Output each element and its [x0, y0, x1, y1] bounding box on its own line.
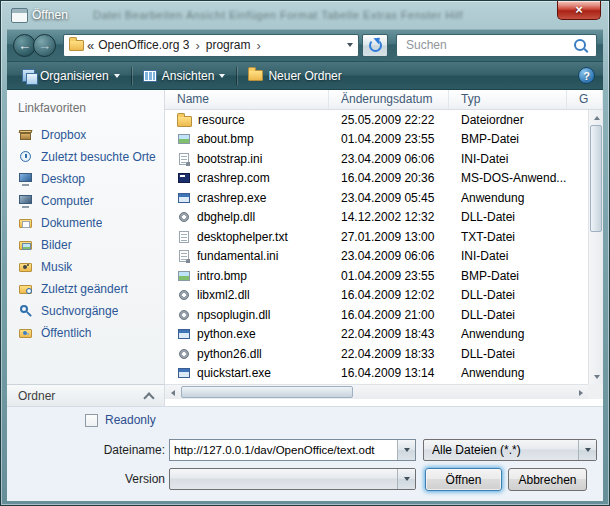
close-button[interactable]: ×: [557, 1, 601, 20]
breadcrumb-overflow-chevron[interactable]: «: [87, 38, 94, 53]
file-row[interactable]: python26.dll 22.04.2009 18:33 DLL-Datei: [165, 344, 588, 364]
views-label: Ansichten: [162, 69, 215, 83]
sidebar-item-label: Zuletzt besuchte Orte: [41, 150, 156, 164]
column-header-type[interactable]: Typ: [449, 90, 567, 109]
file-name: quickstart.exe: [197, 366, 271, 380]
new-folder-button[interactable]: Neuer Ordner: [241, 66, 348, 86]
scroll-left-button[interactable]: [165, 385, 180, 400]
dialog-icon: [11, 8, 28, 23]
readonly-label: Readonly: [105, 413, 156, 427]
breadcrumb-separator[interactable]: ›: [195, 38, 199, 53]
folders-expander[interactable]: Ordner: [7, 384, 164, 406]
horizontal-scrollbar[interactable]: [165, 384, 588, 399]
filename-input[interactable]: [170, 444, 397, 456]
folders-label: Ordner: [18, 389, 55, 403]
views-button[interactable]: Ansichten: [136, 66, 233, 86]
readonly-checkbox[interactable]: [85, 414, 98, 427]
sidebar-item-icon: [18, 193, 34, 209]
scrollbar-corner: [588, 384, 603, 399]
sidebar-item-label: Dokumente: [41, 216, 102, 230]
filetype-dropdown-icon: [578, 440, 596, 460]
sidebar-item-icon: [18, 127, 34, 143]
organize-button[interactable]: Organisieren: [15, 66, 127, 86]
sidebar-item-label: Zuletzt geändert: [41, 282, 128, 296]
favorites-header: Linkfavoriten: [7, 90, 164, 115]
scroll-right-button[interactable]: [573, 385, 588, 400]
file-rows: resource 25.05.2009 22:22 Dateiordner ab…: [165, 110, 588, 384]
scroll-up-button[interactable]: [589, 110, 604, 125]
navigation-bar: ← → « OpenOffice.org 3 › program ›: [7, 29, 603, 62]
sidebar-item[interactable]: Dokumente: [7, 212, 164, 234]
search-box: [396, 34, 597, 57]
file-type: INI-Datei: [449, 249, 567, 263]
main-content: Linkfavoriten Dropbox Zuletzt besuchte O…: [7, 90, 603, 406]
file-row[interactable]: intro.bmp 01.04.2009 23:55 BMP-Datei: [165, 266, 588, 286]
background-window-menubar-blur: Datei Bearbeiten Ansicht Einfügen Format…: [93, 9, 463, 21]
refresh-icon: [369, 39, 382, 52]
forward-button[interactable]: →: [33, 34, 56, 57]
breadcrumb-item-program[interactable]: program: [206, 38, 251, 52]
column-header-size[interactable]: G: [567, 90, 603, 109]
search-input[interactable]: [404, 37, 569, 53]
version-dropdown-icon: [397, 469, 415, 489]
file-modified-date: 14.12.2002 12:32: [329, 210, 449, 224]
refresh-button[interactable]: [362, 34, 388, 57]
file-row[interactable]: crashrep.exe 23.04.2009 05:45 Anwendung: [165, 188, 588, 208]
sidebar-item[interactable]: Zuletzt besuchte Orte: [7, 146, 164, 168]
file-name: resource: [198, 113, 245, 127]
filetype-combobox[interactable]: Alle Dateien (*.*): [423, 439, 597, 461]
command-toolbar: Organisieren Ansichten Neuer Ordner ?: [7, 62, 603, 90]
sidebar-item[interactable]: Desktop: [7, 168, 164, 190]
scroll-down-button[interactable]: [589, 369, 604, 384]
column-header-name[interactable]: Name: [165, 90, 329, 109]
file-row[interactable]: about.bmp 01.04.2009 23:55 BMP-Datei: [165, 130, 588, 150]
filename-dropdown-button[interactable]: [397, 440, 415, 460]
sidebar-item-label: Bilder: [41, 238, 72, 252]
sidebar-item[interactable]: Zuletzt geändert: [7, 278, 164, 300]
open-button[interactable]: Öffnen: [425, 468, 502, 491]
file-row[interactable]: npsoplugin.dll 16.04.2009 21:00 DLL-Date…: [165, 305, 588, 325]
open-file-dialog: Datei Bearbeiten Ansicht Einfügen Format…: [0, 0, 610, 506]
sidebar-item-icon: [18, 281, 34, 297]
file-row[interactable]: desktophelper.txt 27.01.2009 13:00 TXT-D…: [165, 227, 588, 247]
sidebar-item-label: Suchvorgänge: [41, 304, 118, 318]
file-type-icon: [177, 132, 191, 146]
sidebar-item[interactable]: Dropbox: [7, 124, 164, 146]
new-folder-label: Neuer Ordner: [268, 69, 341, 83]
search-icon[interactable]: [574, 39, 586, 51]
sidebar-item-icon: [18, 237, 34, 253]
file-type-icon: [177, 347, 191, 361]
vertical-scrollbar[interactable]: [588, 110, 603, 384]
organize-label: Organisieren: [40, 69, 109, 83]
column-header-date[interactable]: Änderungsdatum: [329, 90, 449, 109]
breadcrumb-history-dropdown-icon[interactable]: [347, 43, 353, 47]
file-row[interactable]: resource 25.05.2009 22:22 Dateiordner: [165, 110, 588, 130]
file-name: libxml2.dll: [197, 288, 250, 302]
chevron-down-icon: [219, 74, 225, 78]
file-row[interactable]: libxml2.dll 16.04.2009 12:02 DLL-Datei: [165, 286, 588, 306]
file-row[interactable]: quickstart.exe 16.04.2009 13:14 Anwendun…: [165, 364, 588, 384]
file-type-icon: [177, 230, 191, 244]
file-type-icon: [177, 308, 191, 322]
file-modified-date: 16.04.2009 12:02: [329, 288, 449, 302]
sidebar-item[interactable]: Musik: [7, 256, 164, 278]
file-name: crashrep.exe: [197, 191, 266, 205]
horizontal-scroll-thumb[interactable]: [181, 386, 353, 398]
file-row[interactable]: crashrep.com 16.04.2009 20:36 MS-DOS-Anw…: [165, 169, 588, 189]
cancel-button[interactable]: Abbrechen: [508, 468, 587, 491]
breadcrumb-item-openoffice[interactable]: OpenOffice.org 3: [98, 38, 189, 52]
sidebar-item[interactable]: Bilder: [7, 234, 164, 256]
file-row[interactable]: python.exe 22.04.2009 18:43 Anwendung: [165, 325, 588, 345]
vertical-scroll-thumb[interactable]: [590, 125, 602, 232]
file-type-icon: [177, 116, 192, 127]
help-button[interactable]: ?: [578, 67, 595, 84]
sidebar-item[interactable]: Öffentlich: [7, 322, 164, 344]
version-combobox[interactable]: [169, 468, 416, 490]
file-type: DLL-Datei: [449, 210, 567, 224]
sidebar-item[interactable]: Suchvorgänge: [7, 300, 164, 322]
file-row[interactable]: fundamental.ini 23.04.2009 06:06 INI-Dat…: [165, 247, 588, 267]
file-row[interactable]: bootstrap.ini 23.04.2009 06:06 INI-Datei: [165, 149, 588, 169]
breadcrumb-separator[interactable]: ›: [256, 38, 260, 53]
sidebar-item[interactable]: Computer: [7, 190, 164, 212]
file-row[interactable]: dbghelp.dll 14.12.2002 12:32 DLL-Datei: [165, 208, 588, 228]
